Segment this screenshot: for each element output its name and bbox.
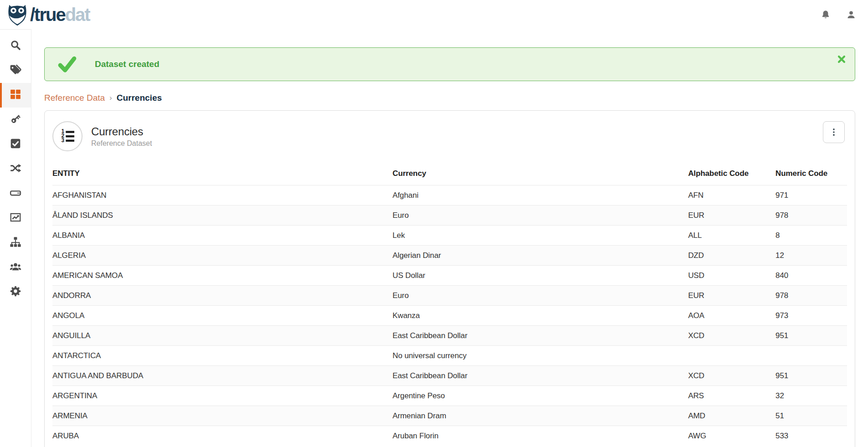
cell-currency: East Caribbean Dollar — [393, 326, 688, 346]
card-titles: Currencies Reference Dataset — [91, 125, 152, 148]
cell-entity: ÅLAND ISLANDS — [52, 206, 393, 226]
table-row: ARMENIAArmenian DramAMD51 — [52, 406, 847, 426]
truedat-logo[interactable]: /truedat — [6, 3, 90, 26]
table-row: ARGENTINAArgentine PesoARS32 — [52, 386, 847, 406]
table-row: AMERICAN SAMOAUS DollarUSD840 — [52, 266, 847, 286]
success-check-icon — [57, 55, 78, 74]
bell-icon[interactable] — [821, 10, 831, 20]
cell-alphabetic-code: ALL — [688, 226, 775, 246]
cell-numeric-code: 978 — [775, 206, 847, 226]
currencies-table: ENTITYCurrencyAlphabetic CodeNumeric Cod… — [52, 164, 847, 446]
gear-icon — [10, 285, 21, 299]
cell-entity: ANGUILLA — [52, 326, 393, 346]
column-header-alphabetic-code: Alphabetic Code — [688, 164, 775, 185]
cell-alphabetic-code: DZD — [688, 246, 775, 266]
cell-entity: ANDORRA — [52, 286, 393, 306]
chart-line-icon — [10, 211, 21, 225]
main-content: Dataset created Reference Data › Currenc… — [31, 29, 868, 447]
page-subtitle: Reference Dataset — [91, 139, 152, 148]
cell-currency: Aruban Florin — [393, 426, 688, 446]
drive-icon — [10, 187, 21, 200]
column-header-currency: Currency — [393, 164, 688, 185]
cell-numeric-code: 951 — [775, 366, 847, 386]
table-row: ALGERIAAlgerian DinarDZD12 — [52, 246, 847, 266]
key-icon — [10, 113, 21, 127]
card-header: 1 2 3 Currencies Reference Dataset — [52, 121, 847, 151]
card-menu-button[interactable] — [823, 121, 845, 143]
sidebar-item-tasks[interactable] — [0, 132, 31, 157]
cell-numeric-code — [775, 346, 847, 366]
breadcrumb-link-reference-data[interactable]: Reference Data — [44, 93, 105, 103]
cell-entity: AMERICAN SAMOA — [52, 266, 393, 286]
table-row: ARUBAAruban FlorinAWG533 — [52, 426, 847, 446]
sidebar-item-search[interactable] — [0, 34, 31, 58]
table-row: ÅLAND ISLANDSEuroEUR978 — [52, 206, 847, 226]
kebab-icon — [829, 127, 839, 137]
breadcrumb-separator: › — [109, 93, 112, 103]
breadcrumb: Reference Data › Currencies — [44, 93, 855, 103]
cell-alphabetic-code: AFN — [688, 185, 775, 206]
banner-close-icon[interactable] — [837, 54, 847, 64]
check-square-icon — [10, 138, 21, 151]
cell-numeric-code: 32 — [775, 386, 847, 406]
wordmark: /truedat — [30, 5, 90, 24]
cell-numeric-code: 51 — [775, 406, 847, 426]
cell-numeric-code: 533 — [775, 426, 847, 446]
cell-entity: ALBANIA — [52, 226, 393, 246]
table-row: ALBANIALekALL8 — [52, 226, 847, 246]
cell-currency: East Caribbean Dollar — [393, 366, 688, 386]
table-row: ANGUILLAEast Caribbean DollarXCD951 — [52, 326, 847, 346]
table-row: ANGOLAKwanzaAOA973 — [52, 306, 847, 326]
banner-message: Dataset created — [95, 59, 160, 69]
breadcrumb-current: Currencies — [117, 93, 162, 103]
sidebar-item-key[interactable] — [0, 108, 31, 132]
grid-icon — [10, 88, 21, 102]
dataset-card: 1 2 3 Currencies Reference Dataset — [44, 110, 855, 447]
tags-icon — [10, 64, 21, 77]
sidebar-item-tags[interactable] — [0, 58, 31, 83]
cell-numeric-code: 978 — [775, 286, 847, 306]
cell-alphabetic-code — [688, 346, 775, 366]
table-row: AFGHANISTANAfghaniAFN971 — [52, 185, 847, 206]
cell-alphabetic-code: EUR — [688, 206, 775, 226]
sidebar-item-reference-data[interactable] — [0, 83, 31, 108]
cell-alphabetic-code: XCD — [688, 366, 775, 386]
cell-numeric-code: 12 — [775, 246, 847, 266]
sidebar-item-data-sources[interactable] — [0, 181, 31, 206]
cell-entity: AFGHANISTAN — [52, 185, 393, 206]
sidebar-item-charts[interactable] — [0, 206, 31, 231]
cell-numeric-code: 840 — [775, 266, 847, 286]
table-header-row: ENTITYCurrencyAlphabetic CodeNumeric Cod… — [52, 164, 847, 185]
sidebar-item-shuffle[interactable] — [0, 157, 31, 181]
cell-entity: ANTIGUA AND BARBUDA — [52, 366, 393, 386]
sitemap-icon — [10, 236, 21, 250]
column-header-entity: ENTITY — [52, 164, 393, 185]
shuffle-icon — [10, 162, 21, 176]
sidebar-item-users[interactable] — [0, 255, 31, 280]
cell-currency: Argentine Peso — [393, 386, 688, 406]
wordmark-true: /true — [30, 5, 65, 25]
cell-currency: Kwanza — [393, 306, 688, 326]
cell-numeric-code: 8 — [775, 226, 847, 246]
table-row: ANDORRAEuroEUR978 — [52, 286, 847, 306]
sidebar-item-settings[interactable] — [0, 280, 31, 304]
cell-currency: No universal currency — [393, 346, 688, 366]
cell-entity: ARUBA — [52, 426, 393, 446]
cell-alphabetic-code: AOA — [688, 306, 775, 326]
cell-currency: Lek — [393, 226, 688, 246]
topbar: /truedat — [0, 0, 868, 29]
owl-icon — [6, 4, 28, 26]
cell-alphabetic-code: AWG — [688, 426, 775, 446]
sidebar-item-sitemap[interactable] — [0, 231, 31, 255]
svg-text:3: 3 — [62, 137, 65, 144]
cell-currency: Armenian Dram — [393, 406, 688, 426]
cell-alphabetic-code: USD — [688, 266, 775, 286]
user-icon[interactable] — [846, 10, 856, 20]
cell-currency: Euro — [393, 286, 688, 306]
wordmark-dat: dat — [65, 5, 90, 25]
page-title: Currencies — [91, 125, 152, 138]
cell-currency: Algerian Dinar — [393, 246, 688, 266]
cell-alphabetic-code: AMD — [688, 406, 775, 426]
cell-entity: ANTARCTICA — [52, 346, 393, 366]
cell-alphabetic-code: XCD — [688, 326, 775, 346]
